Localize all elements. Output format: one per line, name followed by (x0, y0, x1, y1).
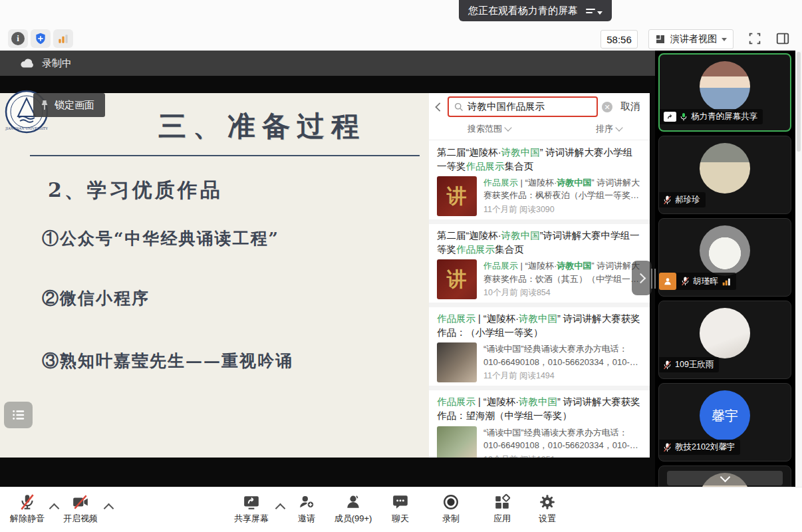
cancel-search-button[interactable]: 取消 (616, 100, 644, 113)
start-video-button[interactable]: 开启视频 (60, 493, 101, 525)
participants-scrollbar[interactable] (795, 51, 802, 487)
result-thumbnail: 讲 (437, 259, 477, 299)
panel-splitter-handle[interactable] (651, 269, 656, 289)
mic-on-icon (680, 112, 688, 122)
result-meta: 11个月前 阅读1494 (483, 370, 642, 382)
avatar: 馨宇 (700, 390, 750, 441)
search-result-item[interactable]: 第二届“迦陵杯·诗教中国”诗词讲解大赛中学组一等奖作品展示集合页 讲 作品展示 … (429, 224, 650, 303)
participant-tile[interactable]: 109王欣雨 (658, 301, 791, 379)
meeting-info-button[interactable]: i (8, 29, 28, 48)
search-result-item[interactable]: 第二届“迦陵杯·诗教中国” 诗词讲解大赛小学组一等奖作品展示集合页 讲 作品展示… (429, 141, 650, 219)
participant-label: 胡瑾晖 (659, 273, 736, 290)
participants-sidebar: 杨力青的屏幕共享 郝珍珍 (655, 51, 795, 487)
university-logo-text: JIANGNAN UNIVERSITY (5, 126, 48, 131)
participant-tile[interactable]: 郝珍珍 (658, 136, 791, 214)
invite-label: 邀请 (298, 513, 315, 525)
avatar (700, 225, 750, 276)
chat-button[interactable]: 聊天 (382, 493, 419, 525)
lock-view-label: 锁定画面 (55, 99, 94, 112)
shared-screen-area: 录制中 JIANGNAN UNIVERSITY 锁定画面 三、准备过程 2、学习… (0, 51, 655, 487)
avatar (700, 308, 750, 358)
search-input[interactable]: 诗教中国作品展示 (448, 96, 598, 117)
result-meta: 10个月前 阅读854 (483, 287, 642, 299)
meeting-timer: 58:56 (601, 30, 638, 49)
fullscreen-icon (747, 31, 762, 46)
meeting-window: i 58:56 演讲者视图 (0, 0, 802, 532)
slide-point-3: ③熟知叶嘉莹先生——重视吟诵 (42, 350, 293, 372)
result-title: 作品展示 | “迦陵杯·诗教中国” 诗词讲解大赛获奖作品：（小学组一等奖） (437, 312, 642, 339)
avatar (700, 143, 750, 194)
toggle-sidebar-button[interactable] (771, 29, 794, 48)
mic-muted-icon (681, 277, 690, 286)
viewing-screen-banner[interactable]: 您正在观看杨力青的屏幕 (459, 0, 612, 21)
share-screen-label: 共享屏幕 (234, 513, 269, 525)
banner-menu-icon[interactable] (586, 7, 602, 15)
unmute-button[interactable]: 解除静音 (7, 493, 48, 525)
scroll-participants-down-button[interactable] (667, 471, 783, 485)
fullscreen-button[interactable] (745, 29, 765, 48)
sort-filter[interactable]: 排序 (596, 123, 622, 135)
slide-title-underline (30, 155, 420, 156)
participant-name: 胡瑾晖 (693, 276, 718, 287)
settings-label: 设置 (539, 513, 556, 525)
result-snippet: “诵读中国”经典诵读大赛承办方电话：010-66490108，010-56620… (483, 342, 642, 368)
mic-muted-icon (663, 443, 672, 452)
cloud-recording-icon (20, 58, 35, 68)
share-screen-button[interactable]: 共享屏幕 (230, 493, 273, 525)
network-quality-button[interactable] (53, 29, 73, 48)
slide-point-1: ①公众号“中华经典诵读工程” (42, 227, 279, 249)
host-badge-icon (659, 273, 676, 290)
layout-icon (655, 34, 666, 45)
chat-label: 聊天 (392, 513, 409, 525)
annotation-list-handle[interactable] (4, 402, 33, 428)
result-snippet: 作品展示 | “迦陵杯·诗教中国” 诗词讲解大赛获奖作品：饮酒（其五）（中学组一… (483, 259, 642, 285)
search-result-item[interactable]: 作品展示 | “迦陵杯·诗教中国” 诗词讲解大赛获奖作品：望海潮（中学组一等奖）… (429, 390, 650, 458)
start-video-label: 开启视频 (63, 513, 98, 525)
invite-icon (298, 493, 315, 511)
search-result-item[interactable]: 作品展示 | “迦陵杯·诗教中国” 诗词讲解大赛获奖作品：（小学组一等奖） “诵… (429, 307, 650, 386)
result-snippet: 作品展示 | “迦陵杯·诗教中国” 诗词讲解大赛获奖作品：枫桥夜泊（小学组一等奖… (483, 176, 642, 202)
list-icon (11, 408, 26, 422)
lock-view-tooltip[interactable]: 锁定画面 (33, 93, 105, 117)
record-button[interactable]: 录制 (432, 493, 469, 525)
chevron-down-icon (722, 38, 727, 41)
expand-sidebar-tab[interactable] (632, 261, 652, 295)
participant-label: 郝珍珍 (659, 192, 706, 207)
participant-tile[interactable]: 胡瑾晖 (658, 218, 791, 297)
members-button[interactable]: 成员(99+) (329, 493, 378, 525)
record-icon (442, 493, 460, 511)
search-scope-filter[interactable]: 搜索范围 (468, 123, 511, 135)
signal-bars-icon (57, 32, 70, 45)
record-label: 录制 (442, 513, 460, 525)
audio-options-chevron[interactable] (49, 503, 60, 514)
scrollbar-thumb[interactable] (797, 52, 801, 152)
clear-search-button[interactable]: ✕ (602, 102, 612, 112)
participant-name: 杨力青的屏幕共享 (691, 111, 757, 122)
apps-button[interactable]: 应用 (483, 493, 521, 525)
invite-button[interactable]: 邀请 (288, 493, 325, 525)
info-icon: i (11, 32, 25, 45)
participant-tile-sharing[interactable]: 杨力青的屏幕共享 (658, 53, 791, 132)
screen-share-icon (664, 112, 676, 122)
video-options-chevron[interactable] (104, 503, 114, 514)
settings-button[interactable]: 设置 (529, 493, 566, 525)
avatar-initials: 馨宇 (712, 407, 738, 425)
back-chevron-icon[interactable] (433, 101, 444, 113)
participant-name: 郝珍珍 (675, 194, 700, 205)
participant-name: 109王欣雨 (675, 359, 714, 370)
avatar (700, 61, 750, 112)
result-title: 第二届“迦陵杯·诗教中国”诗词讲解大赛中学组一等奖作品展示集合页 (437, 229, 642, 256)
share-options-chevron[interactable] (275, 503, 286, 514)
unmute-label: 解除静音 (10, 513, 45, 525)
result-meta: 11个月前 阅读3090 (483, 204, 642, 215)
security-button[interactable] (31, 29, 51, 48)
participant-tile[interactable]: 馨宇 教技2102刘馨宇 (658, 383, 791, 462)
participant-tile-partial[interactable] (658, 466, 791, 487)
mic-muted-icon (19, 493, 36, 511)
view-mode-selector[interactable]: 演讲者视图 (648, 29, 734, 49)
participant-name: 教技2102刘馨宇 (675, 442, 735, 453)
slide-section-heading: 2、学习优质作品 (48, 177, 223, 204)
signal-bars-icon (722, 277, 731, 286)
slide-title: 三、准备过程 (158, 108, 366, 145)
pin-icon (40, 100, 49, 110)
